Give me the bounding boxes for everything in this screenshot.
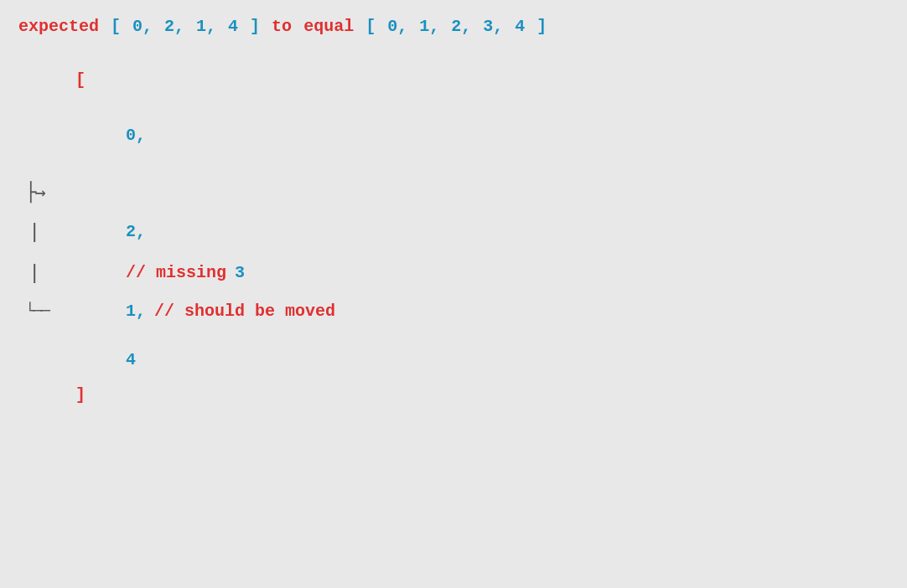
expected-val-4: 4 (515, 15, 525, 39)
line-blank-3 (25, 332, 890, 340)
line-blank-1 (25, 101, 890, 116)
received-val-0: 0, (132, 15, 153, 39)
line-val-2: | 2, (25, 214, 890, 250)
pipe-icon-1: | (25, 214, 40, 250)
close-bracket-body: ] (75, 380, 86, 410)
keyword-equal: equal (303, 15, 354, 39)
value-0: 0, (126, 121, 146, 151)
received-val-2: 2, (164, 15, 184, 39)
keyword-expected: expected (18, 15, 99, 39)
header-assertion: expected [ 0, 2, 1, 4 ] to equal [ 0, 1,… (17, 8, 890, 49)
line-open-bracket: [ (25, 65, 890, 95)
value-1: 1, (126, 297, 146, 327)
comment-moved-text: // should be moved (154, 297, 335, 327)
line-val-0: 0, (25, 121, 890, 151)
line-close-bracket: ] (25, 380, 890, 410)
close-bracket-expected: ] (536, 15, 547, 39)
expected-val-1: 1, (419, 15, 439, 39)
missing-number: 3 (235, 258, 245, 288)
expected-val-2: 2, (451, 15, 471, 39)
value-2: 2, (126, 217, 146, 247)
arrow-icon: ├→ (25, 176, 44, 209)
expected-val-3: 3, (483, 15, 503, 39)
close-bracket-received: ] (250, 15, 260, 39)
corner-icon: └── (25, 297, 48, 327)
expected-val-0: 0, (387, 15, 407, 39)
value-4: 4 (126, 345, 136, 375)
diff-body: [ 0, ├→ | 2, | // missing 3 └── 1, (17, 65, 890, 410)
line-arrow-indicator: ├→ (25, 176, 890, 209)
line-val-4: 4 (25, 345, 890, 375)
received-val-4: 4 (228, 15, 238, 39)
open-bracket-expected: [ (365, 15, 376, 39)
pipe-icon-2: | (25, 255, 40, 291)
open-bracket-body: [ (75, 65, 86, 95)
keyword-to: to (272, 15, 292, 39)
line-blank-2 (25, 156, 890, 171)
line-missing-comment: | // missing 3 (25, 255, 890, 291)
line-val-1-moved: └── 1, // should be moved (25, 297, 890, 327)
open-bracket-received: [ (111, 15, 121, 39)
received-val-1: 1, (196, 15, 216, 39)
comment-missing-text: // missing (126, 258, 226, 288)
